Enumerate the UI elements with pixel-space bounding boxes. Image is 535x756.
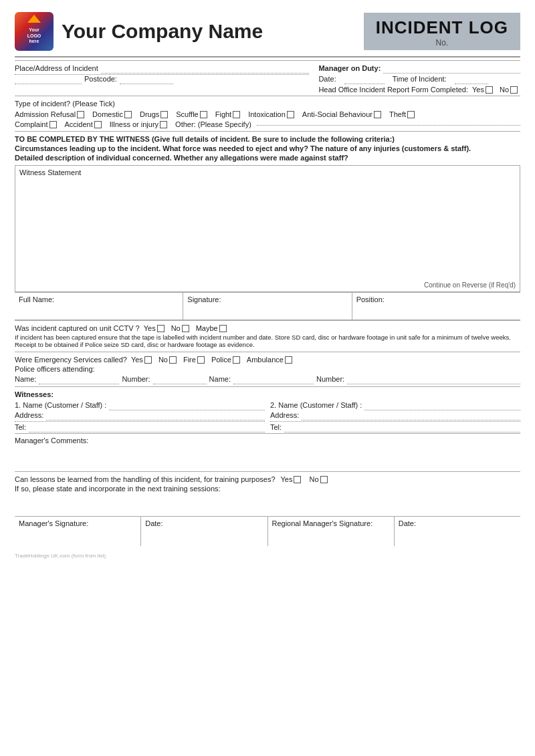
cctv-maybe-checkbox[interactable]: [219, 325, 227, 332]
signature-label: Signature:: [187, 295, 221, 303]
emergency-label: Were Emergency Services called?: [15, 356, 127, 364]
emergency-police-checkbox[interactable]: [233, 356, 240, 364]
drugs-checkbox[interactable]: [160, 111, 168, 118]
position-cell: Position:: [352, 293, 520, 320]
lessons-row: Can lessons be learned from the handling…: [15, 475, 520, 483]
no-checkbox[interactable]: [510, 86, 518, 94]
postcode-line: Postcode:: [15, 75, 309, 83]
type-accident: Accident: [65, 120, 102, 128]
continue-reverse: Continue on Reverse (if Req'd): [424, 281, 516, 289]
header: Your LOGO here Your Company Name INCIDEN…: [15, 12, 520, 51]
anti-social-checkbox[interactable]: [374, 111, 381, 118]
witness-instructions-line1: TO BE COMPLETED BY THE WITNESS (Give ful…: [15, 135, 520, 143]
full-name-cell: Full Name:: [15, 293, 183, 320]
date-label: Date:: [318, 75, 336, 83]
signature-cell: Signature:: [183, 293, 352, 320]
emergency-fire-checkbox[interactable]: [197, 356, 205, 364]
accident-checkbox[interactable]: [94, 121, 102, 128]
witness-statement-box: Witness Statement Continue on Reverse (i…: [15, 165, 520, 292]
cctv-yes-wrap: Yes: [144, 324, 165, 332]
managers-comments-section: Manager's Comments:: [15, 433, 520, 471]
emergency-no-checkbox[interactable]: [169, 356, 177, 364]
incident-types-row2: Complaint Accident Illness or injury Oth…: [15, 120, 520, 128]
other-specify-label: Other: (Please Specify): [175, 120, 251, 128]
witness-statement-label: Witness Statement: [19, 168, 81, 176]
address-col: Place/Address of Incident Postcode:: [15, 64, 309, 94]
postcode-dotted-left: [15, 84, 82, 84]
place-address-row: Place/Address of Incident: [15, 64, 309, 72]
emergency-police-wrap: Police: [211, 356, 240, 364]
fight-checkbox[interactable]: [233, 111, 240, 118]
company-logo: Your LOGO here: [15, 12, 54, 51]
emergency-ambulance-wrap: Ambulance: [247, 356, 292, 364]
witness1-address: Address:: [15, 411, 265, 419]
witness-instructions-section: TO BE COMPLETED BY THE WITNESS (Give ful…: [15, 131, 520, 164]
training-section: Can lessons be learned from the handling…: [15, 471, 520, 496]
sig-row: Full Name: Signature: Position:: [15, 292, 520, 320]
incident-log-no: No.: [376, 38, 508, 47]
domestic-checkbox[interactable]: [124, 111, 132, 118]
cctv-section: Was incident captured on unit CCTV ? Yes…: [15, 320, 520, 352]
emergency-ambulance-checkbox[interactable]: [285, 356, 292, 364]
admission-refusal-checkbox[interactable]: [77, 111, 84, 118]
company-name: Your Company Name: [62, 20, 263, 43]
emergency-yes-wrap: Yes: [131, 356, 152, 364]
header-left: Your LOGO here Your Company Name: [15, 12, 263, 51]
cctv-question: Was incident captured on unit CCTV ?: [15, 324, 140, 332]
incident-log-title: INCIDENT LOG: [376, 18, 508, 37]
address-dotted2: [15, 74, 309, 75]
witness2-tel: Tel:: [270, 423, 520, 431]
time-label: Time of Incident:: [393, 75, 447, 83]
intoxication-checkbox[interactable]: [287, 111, 294, 118]
witness-instructions-line2: Circumstances leading up to the incident…: [15, 144, 520, 152]
witness2-name: 2. Name (Customer / Staff) :: [270, 401, 520, 409]
cctv-maybe-wrap: Maybe: [196, 324, 227, 332]
cctv-note: If incident has been captured ensure tha…: [15, 334, 520, 348]
regional-manager-sig-cell: Regional Manager's Signature:: [268, 517, 395, 546]
lessons-note: If so, please state and incorporate in t…: [15, 485, 520, 493]
logo-text: Your LOGO here: [27, 27, 41, 44]
cctv-no-wrap: No: [171, 324, 189, 332]
full-name-label: Full Name:: [19, 295, 54, 303]
manager-date-cell: Date:: [141, 517, 268, 546]
regional-manager-label: Regional Manager's Signature:: [272, 519, 373, 527]
postcode-label: Postcode:: [84, 75, 117, 83]
lessons-yes-wrap: Yes: [281, 475, 302, 483]
illness-checkbox[interactable]: [160, 121, 167, 128]
manager-on-duty-label: Manager on Duty:: [318, 64, 381, 72]
position-label: Position:: [356, 295, 385, 303]
page: Your LOGO here Your Company Name INCIDEN…: [0, 0, 535, 756]
manager-date-label: Date:: [145, 519, 163, 527]
incident-type-section: Type of incident? (Please Tick) Admissio…: [15, 96, 520, 131]
complaint-checkbox[interactable]: [49, 121, 57, 128]
witness1-tel: Tel:: [15, 423, 265, 431]
yes-checkbox[interactable]: [486, 86, 493, 94]
type-drugs: Drugs: [140, 110, 168, 118]
emergency-no-wrap: No: [158, 356, 177, 364]
lessons-question: Can lessons be learned from the handling…: [15, 475, 276, 483]
emergency-yes-checkbox[interactable]: [144, 356, 152, 364]
scuffle-checkbox[interactable]: [200, 111, 207, 118]
incident-types-row1: Admission Refusal Domestic Drugs Scuffle…: [15, 110, 520, 118]
cctv-no-checkbox[interactable]: [182, 325, 189, 332]
manager-sig-cell: Manager's Signature:: [15, 517, 141, 546]
witness1-name: 1. Name (Customer / Staff) :: [15, 401, 265, 409]
cctv-row: Was incident captured on unit CCTV ? Yes…: [15, 324, 520, 332]
witness-instructions-line3: Detailed description of individual conce…: [15, 154, 520, 162]
theft-checkbox[interactable]: [407, 111, 415, 118]
place-address-dotted: [101, 73, 310, 74]
manager-duty-row: Manager on Duty:: [318, 64, 520, 72]
lessons-yes-checkbox[interactable]: [294, 476, 301, 483]
type-fight: Fight: [215, 110, 240, 118]
lessons-no-checkbox[interactable]: [320, 476, 328, 483]
type-anti-social: Anti-Social Behaviour: [302, 110, 381, 118]
regional-date-label: Date:: [399, 519, 416, 527]
type-domestic: Domestic: [92, 110, 132, 118]
head-office-row: Head Office Incident Report Form Complet…: [318, 86, 520, 94]
time-dotted: [455, 75, 488, 84]
cctv-yes-checkbox[interactable]: [157, 325, 165, 332]
type-scuffle: Scuffle: [176, 110, 207, 118]
emergency-fire-wrap: Fire: [183, 356, 205, 364]
incident-type-label: Type of incident? (Please Tick): [15, 100, 520, 108]
witnesses-tel-row: Tel: Tel:: [15, 423, 520, 431]
